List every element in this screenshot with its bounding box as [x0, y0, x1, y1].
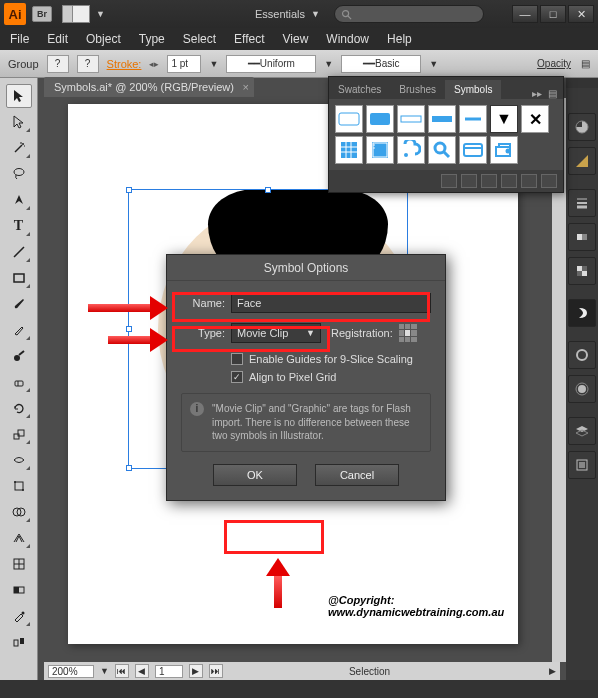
chevron-down-icon[interactable]: ▼: [100, 666, 109, 676]
fill-swatch[interactable]: ?: [47, 55, 69, 73]
artboard-number-input[interactable]: 1: [155, 665, 183, 678]
tab-swatches[interactable]: Swatches: [329, 80, 390, 99]
symbol-item[interactable]: [490, 136, 518, 164]
last-artboard-button[interactable]: ⏭: [209, 664, 223, 678]
direct-selection-tool[interactable]: [6, 110, 32, 134]
chevron-down-icon[interactable]: ▼: [311, 9, 320, 19]
registration-grid[interactable]: [399, 324, 417, 342]
blob-brush-tool[interactable]: [6, 344, 32, 368]
gradient-panel-icon[interactable]: [568, 223, 596, 251]
chevron-down-icon[interactable]: ▼: [429, 59, 438, 69]
scale-tool[interactable]: [6, 422, 32, 446]
symbol-item[interactable]: [366, 105, 394, 133]
perspective-grid-tool[interactable]: [6, 526, 32, 550]
place-symbol-icon[interactable]: [461, 174, 477, 188]
close-button[interactable]: ✕: [568, 5, 594, 23]
chevron-down-icon[interactable]: ▼: [209, 59, 218, 69]
menu-help[interactable]: Help: [387, 32, 412, 46]
opacity-link[interactable]: Opacity: [537, 58, 571, 69]
first-artboard-button[interactable]: ⏮: [115, 664, 129, 678]
brush-dropdown[interactable]: ━━ Basic: [341, 55, 421, 73]
ok-button[interactable]: OK: [213, 464, 297, 486]
type-tool[interactable]: T: [6, 214, 32, 238]
gradient-tool[interactable]: [6, 578, 32, 602]
menu-edit[interactable]: Edit: [47, 32, 68, 46]
minimize-button[interactable]: —: [512, 5, 538, 23]
search-input[interactable]: [334, 5, 484, 23]
line-tool[interactable]: [6, 240, 32, 264]
layers-panel-icon[interactable]: [568, 417, 596, 445]
enable-guides-checkbox[interactable]: [231, 353, 243, 365]
type-dropdown[interactable]: Movie Clip▼: [231, 323, 321, 343]
menu-file[interactable]: File: [10, 32, 29, 46]
prev-artboard-button[interactable]: ◀: [135, 664, 149, 678]
symbol-item[interactable]: [428, 136, 456, 164]
symbol-item[interactable]: [366, 136, 394, 164]
chevron-down-icon[interactable]: ▼: [96, 9, 105, 19]
collapse-panel-icon[interactable]: ▸▸: [532, 88, 542, 99]
stroke-profile-dropdown[interactable]: ━━ Uniform: [226, 55, 316, 73]
appearance-panel-icon[interactable]: [568, 341, 596, 369]
symbol-item[interactable]: [459, 136, 487, 164]
document-tab[interactable]: Symbols.ai* @ 200% (RGB/Preview) ×: [44, 77, 254, 97]
menu-effect[interactable]: Effect: [234, 32, 264, 46]
color-guide-panel-icon[interactable]: [568, 147, 596, 175]
symbol-item[interactable]: [459, 105, 487, 133]
eyedropper-tool[interactable]: [6, 604, 32, 628]
delete-symbol-icon[interactable]: [541, 174, 557, 188]
symbol-item[interactable]: ✕: [521, 105, 549, 133]
tab-brushes[interactable]: Brushes: [390, 80, 445, 99]
symbols-panel-icon[interactable]: [568, 299, 596, 327]
symbol-item[interactable]: ▼: [490, 105, 518, 133]
mesh-tool[interactable]: [6, 552, 32, 576]
next-artboard-button[interactable]: ▶: [189, 664, 203, 678]
menu-object[interactable]: Object: [86, 32, 121, 46]
new-symbol-icon[interactable]: [521, 174, 537, 188]
bridge-icon[interactable]: Br: [32, 6, 52, 22]
align-pixel-checkbox[interactable]: ✓: [231, 371, 243, 383]
pen-tool[interactable]: [6, 188, 32, 212]
arrange-documents-icon[interactable]: [62, 5, 90, 23]
magic-wand-tool[interactable]: [6, 136, 32, 160]
cancel-button[interactable]: Cancel: [315, 464, 399, 486]
rectangle-tool[interactable]: [6, 266, 32, 290]
tab-symbols[interactable]: Symbols: [445, 80, 501, 99]
width-tool[interactable]: [6, 448, 32, 472]
blend-tool[interactable]: [6, 630, 32, 654]
break-link-icon[interactable]: [481, 174, 497, 188]
symbol-item[interactable]: [397, 105, 425, 133]
menu-view[interactable]: View: [283, 32, 309, 46]
menu-select[interactable]: Select: [183, 32, 216, 46]
panel-menu-icon[interactable]: ▤: [548, 88, 557, 99]
pencil-tool[interactable]: [6, 318, 32, 342]
lasso-tool[interactable]: [6, 162, 32, 186]
color-panel-icon[interactable]: [568, 113, 596, 141]
symbol-libraries-icon[interactable]: [441, 174, 457, 188]
status-menu-icon[interactable]: ▶: [549, 666, 556, 676]
stroke-panel-icon[interactable]: [568, 189, 596, 217]
stroke-swatch[interactable]: ?: [77, 55, 99, 73]
workspace-switcher[interactable]: Essentials: [255, 8, 305, 20]
paintbrush-tool[interactable]: [6, 292, 32, 316]
symbol-options-icon[interactable]: [501, 174, 517, 188]
symbol-item[interactable]: [335, 105, 363, 133]
free-transform-tool[interactable]: [6, 474, 32, 498]
name-field[interactable]: [231, 293, 431, 313]
symbol-item[interactable]: [335, 136, 363, 164]
zoom-input[interactable]: 200%: [48, 665, 94, 678]
graphic-styles-panel-icon[interactable]: [568, 375, 596, 403]
stroke-weight-input[interactable]: 1 pt: [167, 55, 201, 73]
panel-menu-icon[interactable]: ▤: [581, 58, 590, 69]
chevron-down-icon[interactable]: ▼: [324, 59, 333, 69]
close-tab-icon[interactable]: ×: [242, 81, 248, 93]
menu-window[interactable]: Window: [326, 32, 369, 46]
selection-tool[interactable]: [6, 84, 32, 108]
symbol-item[interactable]: [428, 105, 456, 133]
rotate-tool[interactable]: [6, 396, 32, 420]
menu-type[interactable]: Type: [139, 32, 165, 46]
shape-builder-tool[interactable]: [6, 500, 32, 524]
eraser-tool[interactable]: [6, 370, 32, 394]
stroke-stepper[interactable]: ◂▸: [149, 59, 159, 69]
symbol-item[interactable]: [397, 136, 425, 164]
artboards-panel-icon[interactable]: [568, 451, 596, 479]
